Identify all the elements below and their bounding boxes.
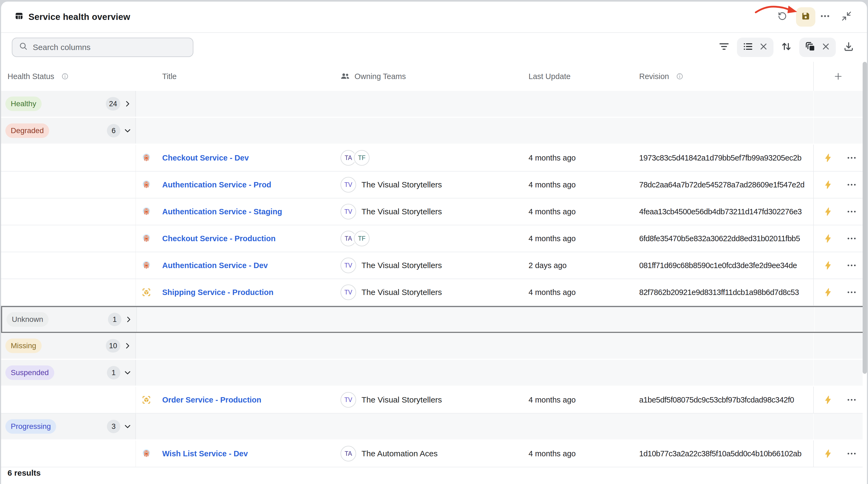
group-row-unknown[interactable]: Unknown1: [1, 306, 867, 333]
chevron-right-icon[interactable]: [124, 342, 131, 349]
filter-button[interactable]: [719, 41, 730, 54]
page-card: Service health overview: [1, 2, 867, 484]
service-title-link[interactable]: Authentication Service - Prod: [162, 180, 271, 189]
group-row-suspended[interactable]: Suspended1: [1, 360, 867, 387]
more-options-button[interactable]: [820, 11, 830, 23]
quick-action-bolt-icon[interactable]: [824, 180, 833, 189]
group-row-progressing[interactable]: Progressing3: [1, 414, 867, 440]
service-title-link[interactable]: Checkout Service - Production: [162, 234, 276, 243]
add-column-button[interactable]: [813, 62, 863, 91]
scrollbar-thumb[interactable]: [863, 62, 867, 374]
quick-action-bolt-icon[interactable]: [824, 207, 833, 216]
package-icon: [142, 288, 151, 297]
column-header-revision[interactable]: Revision: [633, 62, 813, 91]
undo-icon: [778, 11, 787, 23]
row-menu-button[interactable]: [847, 238, 856, 239]
service-title-link[interactable]: Authentication Service - Staging: [162, 207, 282, 216]
row-menu-button[interactable]: [847, 211, 856, 212]
quick-action-bolt-icon[interactable]: [824, 449, 833, 458]
list-view-button[interactable]: [743, 41, 753, 54]
team-avatar[interactable]: TV: [341, 258, 356, 273]
chevron-right-icon[interactable]: [125, 316, 132, 323]
clear-group-by-button[interactable]: [822, 42, 830, 52]
empty-cell: [522, 360, 633, 386]
row-menu-button[interactable]: [847, 184, 856, 186]
team-avatar[interactable]: TV: [341, 204, 356, 220]
owning-teams-cell: TATF: [334, 225, 522, 252]
service-row[interactable]: Wish List Service - DevTAThe Automation …: [1, 440, 867, 467]
download-button[interactable]: [843, 41, 854, 54]
row-menu-button[interactable]: [847, 264, 856, 266]
sort-button[interactable]: [781, 41, 792, 54]
chevron-down-icon[interactable]: [124, 369, 131, 376]
team-avatar[interactable]: TV: [341, 284, 356, 300]
owning-teams-cell: TVThe Visual Storytellers: [334, 279, 522, 306]
actions-cell: [813, 440, 863, 467]
chevron-down-icon[interactable]: [124, 127, 131, 134]
quick-action-bolt-icon[interactable]: [824, 395, 833, 404]
group-by-button[interactable]: [805, 41, 815, 54]
service-row[interactable]: Authentication Service - StagingTVThe Vi…: [1, 198, 867, 225]
team-avatar[interactable]: TV: [341, 392, 356, 408]
minimize-button[interactable]: [841, 11, 852, 23]
clear-view-button[interactable]: [760, 42, 768, 52]
column-header-last-update[interactable]: Last Update: [522, 62, 633, 91]
service-title-link[interactable]: Order Service - Production: [162, 396, 261, 404]
table-icon: [15, 12, 23, 22]
toolbar: [1, 33, 867, 62]
team-avatar[interactable]: TA: [341, 446, 356, 461]
group-row-healthy[interactable]: Healthy24: [1, 91, 867, 118]
row-menu-button[interactable]: [847, 399, 856, 401]
empty-cell: [137, 307, 335, 332]
empty-cell: [633, 414, 813, 439]
group-row-degraded[interactable]: Degraded6: [1, 118, 867, 145]
column-header-owning-teams[interactable]: Owning Teams: [334, 62, 522, 91]
quick-action-bolt-icon[interactable]: [824, 261, 833, 270]
title-cell: Authentication Service - Prod: [136, 172, 334, 198]
last-update-cell: 4 months ago: [522, 387, 633, 413]
team-avatar[interactable]: TF: [354, 231, 370, 246]
actions-cell: [813, 387, 863, 413]
column-header-title[interactable]: Title: [136, 62, 334, 91]
service-title-link[interactable]: Shipping Service - Production: [162, 288, 273, 297]
service-row[interactable]: Checkout Service - ProductionTATF4 month…: [1, 225, 867, 252]
title-cell: Wish List Service - Dev: [136, 440, 334, 467]
service-title-link[interactable]: Wish List Service - Dev: [162, 449, 248, 458]
group-row-missing[interactable]: Missing10: [1, 333, 867, 360]
team-avatar[interactable]: TV: [341, 177, 356, 193]
view-mode-pill: [737, 38, 773, 57]
row-menu-button[interactable]: [847, 291, 856, 293]
revision-cell: 4feaa13cb4500e56db4db73211d147fd302276e3: [633, 198, 813, 225]
last-update-cell: 4 months ago: [522, 440, 633, 467]
service-title-link[interactable]: Authentication Service - Dev: [162, 261, 268, 270]
search-box[interactable]: [12, 38, 193, 57]
chevron-down-icon[interactable]: [124, 423, 131, 430]
column-header-health-status[interactable]: Health Status: [1, 62, 136, 91]
team-avatar[interactable]: TF: [354, 150, 370, 166]
search-input[interactable]: [33, 43, 186, 52]
empty-cell: [334, 360, 522, 386]
quick-action-bolt-icon[interactable]: [824, 153, 833, 163]
empty-cell: [522, 414, 633, 439]
package-icon: [142, 395, 151, 404]
row-menu-button[interactable]: [847, 157, 856, 159]
download-icon: [843, 41, 854, 54]
service-row[interactable]: Authentication Service - DevTVThe Visual…: [1, 252, 867, 279]
service-row[interactable]: Authentication Service - ProdTVThe Visua…: [1, 172, 867, 198]
service-row[interactable]: Order Service - ProductionTVThe Visual S…: [1, 387, 867, 414]
save-button[interactable]: [796, 7, 815, 27]
title-cell: Checkout Service - Production: [136, 225, 334, 252]
row-menu-button[interactable]: [847, 453, 856, 454]
quick-action-bolt-icon[interactable]: [824, 234, 833, 243]
chevron-right-icon[interactable]: [124, 100, 131, 107]
undo-button[interactable]: [778, 11, 787, 23]
service-row[interactable]: Shipping Service - ProductionTVThe Visua…: [1, 279, 867, 306]
title-cell: Authentication Service - Dev: [136, 252, 334, 279]
title-cell: Order Service - Production: [136, 387, 334, 413]
service-row[interactable]: Checkout Service - DevTATF4 months ago19…: [1, 145, 867, 172]
service-title-link[interactable]: Checkout Service - Dev: [162, 153, 249, 163]
empty-cell: [1, 172, 136, 198]
vertical-scrollbar[interactable]: [863, 62, 867, 484]
quick-action-bolt-icon[interactable]: [824, 288, 833, 297]
team-name: The Visual Storytellers: [362, 207, 442, 216]
